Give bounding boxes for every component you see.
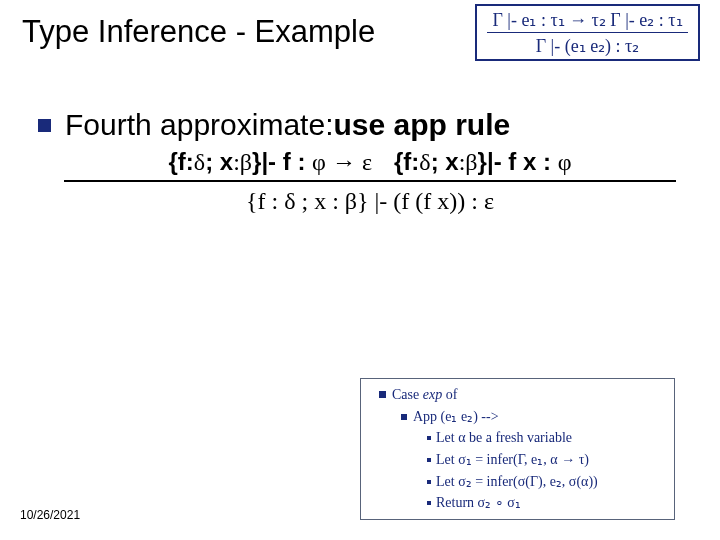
app-rule-box: Γ |- e₁ : τ₁ → τ₂ Γ |- e₂ : τ₁ Γ |- (e₁ … <box>475 4 700 61</box>
algo-l6: Return σ₂ ∘ σ₁ <box>436 492 521 514</box>
body-lead-text: Fourth approximate: <box>65 108 333 142</box>
d-turn1: }|- f : <box>252 148 312 175</box>
d-x1: ; x <box>205 148 233 175</box>
square-bullet-icon <box>38 119 51 132</box>
derivation: {f:δ; x:β}|- f : φ → ε{f:δ; x:β}|- f x :… <box>64 148 676 215</box>
square-bullet-icon <box>427 501 431 505</box>
body-bullet-line: Fourth approximate: use app rule <box>38 108 510 142</box>
d-arrow: → <box>326 149 362 175</box>
derivation-conclusion: {f : δ ; x : β} |- (f (f x)) : ε <box>64 180 676 215</box>
square-bullet-icon <box>379 391 386 398</box>
square-bullet-icon <box>427 480 431 484</box>
square-bullet-icon <box>427 436 431 440</box>
d-phi2: φ <box>558 149 572 175</box>
algo-l4: Let σ₁ = infer(Γ, e₁, α → τ) <box>436 449 589 471</box>
d-delta1: δ <box>194 149 205 175</box>
algo-l3: Let α be a fresh variable <box>436 427 572 449</box>
algo-line-2: App (e₁ e₂) --> <box>363 406 672 428</box>
square-bullet-icon <box>427 458 431 462</box>
app-rule-premise: Γ |- e₁ : τ₁ → τ₂ Γ |- e₂ : τ₁ <box>481 7 694 32</box>
app-rule-conclusion: Γ |- (e₁ e₂) : τ₂ <box>487 32 688 57</box>
d-delta2: δ <box>419 149 430 175</box>
derivation-premises: {f:δ; x:β}|- f : φ → ε{f:δ; x:β}|- f x :… <box>64 148 676 180</box>
algo-line-6: Return σ₂ ∘ σ₁ <box>363 492 672 514</box>
d-x2: ; x <box>431 148 459 175</box>
d-brace2: {f: <box>394 148 419 175</box>
d-colon1: : <box>233 149 240 175</box>
d-phi1: φ <box>312 149 326 175</box>
body-bold-text: use app rule <box>333 108 510 142</box>
algo-line-5: Let σ₂ = infer(σ(Γ), e₂, σ(α)) <box>363 471 672 493</box>
d-beta1: β <box>240 149 252 175</box>
algo-line-3: Let α be a fresh variable <box>363 427 672 449</box>
algorithm-box: Case exp of App (e₁ e₂) --> Let α be a f… <box>360 378 675 520</box>
algo-l1b: exp <box>423 387 442 402</box>
slide-title: Type Inference - Example <box>22 14 375 50</box>
algo-line-1: Case exp of <box>363 384 672 406</box>
d-turn2: }|- f x : <box>478 148 558 175</box>
algo-l1a: Case <box>392 387 423 402</box>
algo-l5: Let σ₂ = infer(σ(Γ), e₂, σ(α)) <box>436 471 598 493</box>
algo-l2: App (e₁ e₂) --> <box>413 406 499 428</box>
square-bullet-icon <box>401 414 407 420</box>
d-beta2: β <box>465 149 477 175</box>
algo-line-4: Let σ₁ = infer(Γ, e₁, α → τ) <box>363 449 672 471</box>
slide-date: 10/26/2021 <box>20 508 80 522</box>
algo-l1c: of <box>442 387 457 402</box>
d-eps: ε <box>362 149 372 175</box>
d-brace1: {f: <box>169 148 194 175</box>
